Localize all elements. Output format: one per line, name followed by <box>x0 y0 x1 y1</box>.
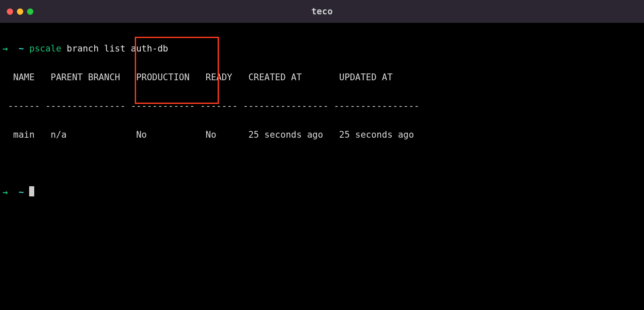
window-controls <box>7 8 33 15</box>
blank-line <box>3 156 641 171</box>
col-header-name: NAME <box>13 72 35 82</box>
table-row: main n/a No No 25 seconds ago 25 seconds… <box>3 128 641 142</box>
window-titlebar: teco <box>0 0 644 23</box>
sep-updated-at: ---------------- <box>334 101 419 111</box>
close-icon[interactable] <box>7 8 13 15</box>
cell-ready: No <box>206 130 216 140</box>
cell-name: main <box>13 130 35 140</box>
sep-production: ------------ <box>131 101 195 111</box>
cell-production: No <box>136 130 147 140</box>
table-separator-row: ------ --------------- ------------ ----… <box>3 99 641 113</box>
prompt-line[interactable]: → ~ <box>3 185 641 199</box>
cursor-icon <box>29 186 34 196</box>
maximize-icon[interactable] <box>27 8 33 15</box>
sep-ready: ------- <box>200 101 238 111</box>
command-line: → ~ pscale branch list auth-db <box>3 41 641 56</box>
cell-created-at: 25 seconds ago <box>248 130 323 140</box>
col-header-ready: READY <box>206 72 232 82</box>
col-header-parent-branch: PARENT BRANCH <box>51 72 120 82</box>
sep-name: ------ <box>8 101 40 111</box>
col-header-production: PRODUCTION <box>136 72 189 82</box>
col-header-created-at: CREATED AT <box>248 72 302 82</box>
command-args: branch list auth-db <box>67 44 168 54</box>
sep-created-at: ---------------- <box>243 101 328 111</box>
minimize-icon[interactable] <box>17 8 23 15</box>
window-title: teco <box>0 6 644 16</box>
command-name: pscale <box>29 44 61 54</box>
sep-parent-branch: --------------- <box>45 101 126 111</box>
cell-parent-branch: n/a <box>51 130 67 140</box>
prompt-arrow-icon: → <box>3 44 8 54</box>
prompt-cwd: ~ <box>19 44 24 54</box>
prompt-arrow-icon: → <box>3 187 8 197</box>
col-header-updated-at: UPDATED AT <box>339 72 393 82</box>
table-header-row: NAME PARENT BRANCH PRODUCTION READY CREA… <box>3 70 641 84</box>
prompt-cwd: ~ <box>19 187 24 197</box>
cell-updated-at: 25 seconds ago <box>339 130 414 140</box>
terminal-area[interactable]: → ~ pscale branch list auth-db NAME PARE… <box>0 23 644 242</box>
